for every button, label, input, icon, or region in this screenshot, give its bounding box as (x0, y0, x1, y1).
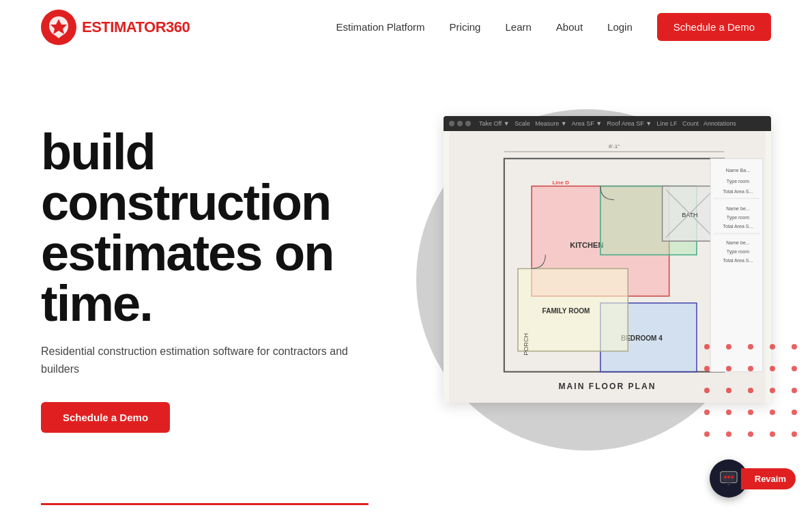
svg-text:BATH: BATH (682, 212, 697, 218)
svg-text:Total Area S...: Total Area S... (723, 224, 753, 229)
nav-estimation-platform[interactable]: Estimation Platform (336, 21, 425, 33)
svg-text:Total Area S...: Total Area S... (723, 258, 753, 263)
dot (704, 344, 710, 349)
navbar: ESTIMATOR360 Estimation Platform Pricing… (0, 0, 812, 55)
nav-about[interactable]: About (556, 21, 583, 33)
nav-login[interactable]: Login (607, 21, 633, 33)
hero-headline-line2: construction (41, 174, 330, 231)
nav-pricing[interactable]: Pricing (450, 21, 481, 33)
hero-illustration: Take Off ▼ Scale Measure ▼ Area SF ▼ Roo… (403, 89, 812, 471)
dot (792, 366, 797, 371)
dot (770, 344, 775, 349)
nav-learn[interactable]: Learn (505, 21, 531, 33)
dot (748, 431, 753, 437)
svg-text:8'-1": 8'-1" (609, 143, 620, 149)
dot (770, 431, 775, 437)
dot (770, 366, 775, 371)
toolbar-dot-2 (457, 121, 463, 126)
chat-icon (719, 469, 738, 488)
toolbar-label: Take Off ▼ Scale Measure ▼ Area SF ▼ Roo… (479, 120, 736, 127)
nav-links: Estimation Platform Pricing Learn About … (336, 21, 771, 33)
svg-point-36 (731, 476, 734, 479)
chat-widget[interactable]: Revaim (710, 459, 796, 498)
hero-section: build construction estimates on time. Re… (0, 55, 812, 505)
dot (704, 410, 710, 415)
dot (726, 388, 731, 393)
dot (726, 410, 731, 415)
svg-text:KITCHEN: KITCHEN (570, 241, 603, 249)
dot (726, 431, 731, 437)
nav-schedule-demo-button[interactable]: Schedule a Demo (657, 13, 771, 41)
dot (704, 366, 710, 371)
hero-left: build construction estimates on time. Re… (41, 127, 403, 433)
svg-text:FAMILY ROOM: FAMILY ROOM (542, 307, 590, 315)
dot (792, 388, 797, 393)
dot (704, 388, 710, 393)
logo-icon (41, 10, 76, 45)
svg-text:Total Area S...: Total Area S... (723, 189, 753, 194)
hero-schedule-demo-button[interactable]: Schedule a Demo (41, 402, 170, 433)
dot (748, 388, 753, 393)
svg-text:Line D: Line D (552, 180, 569, 186)
dot (792, 410, 797, 415)
dot (726, 366, 731, 371)
svg-text:Name be...: Name be... (726, 206, 750, 211)
svg-text:Type room: Type room (727, 249, 749, 255)
dot (748, 410, 753, 415)
svg-text:MAIN FLOOR PLAN: MAIN FLOOR PLAN (559, 382, 656, 391)
toolbar-dot-1 (449, 121, 454, 126)
dot (792, 431, 797, 437)
svg-point-34 (724, 476, 727, 479)
hero-subtext: Residential construction estimation soft… (41, 343, 368, 377)
bottom-accent-line (41, 503, 368, 505)
toolbar-dot-3 (465, 121, 471, 126)
svg-text:PORCH: PORCH (523, 333, 530, 356)
svg-text:Type room: Type room (727, 215, 749, 220)
hero-headline-line1: build (41, 124, 155, 180)
dot (748, 344, 753, 349)
dot (792, 344, 797, 349)
hero-headline-line4: time. (41, 275, 152, 332)
svg-point-35 (727, 476, 730, 479)
floorplan-toolbar: Take Off ▼ Scale Measure ▼ Area SF ▼ Roo… (444, 116, 771, 131)
svg-text:Name be...: Name be... (726, 240, 750, 245)
logo-text: ESTIMATOR360 (82, 18, 190, 36)
chat-label[interactable]: Revaim (741, 468, 796, 489)
dots-decoration (704, 344, 812, 444)
svg-text:Name Ba...: Name Ba... (726, 168, 750, 173)
svg-text:Type room: Type room (727, 179, 749, 184)
dot (748, 366, 753, 371)
dot (770, 410, 775, 415)
hero-headline: build construction estimates on time. (41, 127, 403, 329)
dot (704, 431, 710, 437)
logo-name-part1: ESTIMATOR (82, 18, 166, 35)
logo-name-part2: 360 (166, 18, 190, 35)
logo-link[interactable]: ESTIMATOR360 (41, 10, 190, 45)
dot (726, 344, 731, 349)
hero-headline-line3: estimates on (41, 225, 333, 281)
dot (770, 388, 775, 393)
